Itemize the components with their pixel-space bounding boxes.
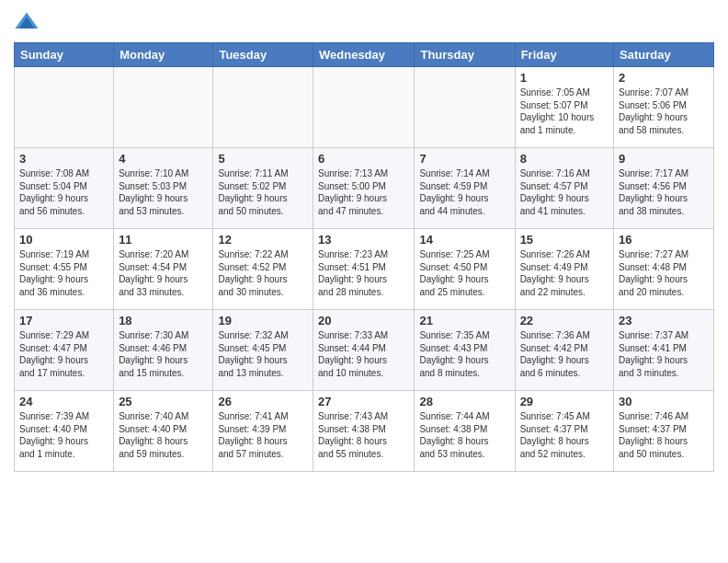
day-number: 12 — [218, 233, 308, 247]
calendar-cell: 11Sunrise: 7:20 AM Sunset: 4:54 PM Dayli… — [114, 229, 213, 310]
day-info: Sunrise: 7:25 AM Sunset: 4:50 PM Dayligh… — [419, 248, 509, 298]
day-info: Sunrise: 7:10 AM Sunset: 5:03 PM Dayligh… — [119, 167, 208, 217]
day-number: 7 — [419, 152, 509, 166]
day-number: 22 — [520, 314, 609, 327]
day-number: 9 — [619, 152, 709, 166]
calendar-cell: 17Sunrise: 7:29 AM Sunset: 4:47 PM Dayli… — [15, 310, 114, 391]
day-number: 26 — [218, 395, 308, 408]
page-container: SundayMondayTuesdayWednesdayThursdayFrid… — [0, 0, 728, 481]
day-info: Sunrise: 7:11 AM Sunset: 5:02 PM Dayligh… — [218, 167, 308, 217]
day-info: Sunrise: 7:37 AM Sunset: 4:41 PM Dayligh… — [619, 329, 709, 379]
day-info: Sunrise: 7:41 AM Sunset: 4:39 PM Dayligh… — [218, 410, 308, 460]
calendar-cell: 29Sunrise: 7:45 AM Sunset: 4:37 PM Dayli… — [515, 391, 613, 472]
day-info: Sunrise: 7:46 AM Sunset: 4:37 PM Dayligh… — [619, 410, 709, 460]
calendar-table: SundayMondayTuesdayWednesdayThursdayFrid… — [14, 42, 714, 472]
calendar-week-row: 17Sunrise: 7:29 AM Sunset: 4:47 PM Dayli… — [15, 310, 714, 391]
day-number: 29 — [520, 395, 609, 408]
logo — [14, 9, 43, 35]
calendar-cell: 3Sunrise: 7:08 AM Sunset: 5:04 PM Daylig… — [15, 148, 114, 229]
day-info: Sunrise: 7:29 AM Sunset: 4:47 PM Dayligh… — [19, 329, 108, 379]
day-info: Sunrise: 7:07 AM Sunset: 5:06 PM Dayligh… — [619, 86, 709, 136]
calendar-week-row: 24Sunrise: 7:39 AM Sunset: 4:40 PM Dayli… — [15, 391, 714, 472]
weekday-header: Sunday — [15, 43, 114, 67]
day-number: 23 — [619, 314, 709, 327]
calendar-cell: 8Sunrise: 7:16 AM Sunset: 4:57 PM Daylig… — [515, 148, 613, 229]
calendar-cell: 19Sunrise: 7:32 AM Sunset: 4:45 PM Dayli… — [213, 310, 313, 391]
weekday-header: Monday — [114, 43, 213, 67]
day-info: Sunrise: 7:39 AM Sunset: 4:40 PM Dayligh… — [19, 410, 108, 460]
calendar-week-row: 3Sunrise: 7:08 AM Sunset: 5:04 PM Daylig… — [15, 148, 714, 229]
day-info: Sunrise: 7:17 AM Sunset: 4:56 PM Dayligh… — [619, 167, 709, 217]
calendar-cell: 15Sunrise: 7:26 AM Sunset: 4:49 PM Dayli… — [515, 229, 613, 310]
calendar-cell — [313, 67, 415, 148]
calendar-cell: 6Sunrise: 7:13 AM Sunset: 5:00 PM Daylig… — [313, 148, 415, 229]
day-number: 6 — [318, 152, 409, 166]
calendar-cell: 9Sunrise: 7:17 AM Sunset: 4:56 PM Daylig… — [614, 148, 714, 229]
weekday-header: Tuesday — [213, 43, 313, 67]
day-number: 5 — [218, 152, 308, 166]
day-number: 14 — [419, 233, 509, 247]
calendar-cell — [114, 67, 213, 148]
day-info: Sunrise: 7:44 AM Sunset: 4:38 PM Dayligh… — [419, 410, 509, 460]
day-info: Sunrise: 7:08 AM Sunset: 5:04 PM Dayligh… — [19, 167, 108, 217]
calendar-cell: 13Sunrise: 7:23 AM Sunset: 4:51 PM Dayli… — [313, 229, 415, 310]
calendar-cell: 14Sunrise: 7:25 AM Sunset: 4:50 PM Dayli… — [415, 229, 515, 310]
weekday-header: Saturday — [614, 43, 714, 67]
day-number: 27 — [318, 395, 409, 408]
day-number: 30 — [619, 395, 709, 408]
calendar-cell: 24Sunrise: 7:39 AM Sunset: 4:40 PM Dayli… — [15, 391, 114, 472]
day-info: Sunrise: 7:30 AM Sunset: 4:46 PM Dayligh… — [119, 329, 208, 379]
calendar-cell: 30Sunrise: 7:46 AM Sunset: 4:37 PM Dayli… — [614, 391, 714, 472]
calendar-cell: 20Sunrise: 7:33 AM Sunset: 4:44 PM Dayli… — [313, 310, 415, 391]
calendar-cell — [213, 67, 313, 148]
calendar-cell: 21Sunrise: 7:35 AM Sunset: 4:43 PM Dayli… — [415, 310, 515, 391]
calendar-cell: 18Sunrise: 7:30 AM Sunset: 4:46 PM Dayli… — [114, 310, 213, 391]
day-info: Sunrise: 7:20 AM Sunset: 4:54 PM Dayligh… — [119, 248, 208, 298]
day-info: Sunrise: 7:23 AM Sunset: 4:51 PM Dayligh… — [318, 248, 409, 298]
day-number: 20 — [318, 314, 409, 327]
day-info: Sunrise: 7:43 AM Sunset: 4:38 PM Dayligh… — [318, 410, 409, 460]
day-info: Sunrise: 7:05 AM Sunset: 5:07 PM Dayligh… — [520, 86, 609, 136]
day-number: 28 — [419, 395, 509, 408]
calendar-cell: 5Sunrise: 7:11 AM Sunset: 5:02 PM Daylig… — [213, 148, 313, 229]
calendar-cell: 16Sunrise: 7:27 AM Sunset: 4:48 PM Dayli… — [614, 229, 714, 310]
calendar-cell: 4Sunrise: 7:10 AM Sunset: 5:03 PM Daylig… — [114, 148, 213, 229]
day-info: Sunrise: 7:36 AM Sunset: 4:42 PM Dayligh… — [520, 329, 609, 379]
day-info: Sunrise: 7:32 AM Sunset: 4:45 PM Dayligh… — [218, 329, 308, 379]
day-number: 17 — [19, 314, 108, 327]
day-info: Sunrise: 7:26 AM Sunset: 4:49 PM Dayligh… — [520, 248, 609, 298]
calendar-cell: 28Sunrise: 7:44 AM Sunset: 4:38 PM Dayli… — [415, 391, 515, 472]
weekday-header: Thursday — [415, 43, 515, 67]
calendar-cell — [15, 67, 114, 148]
day-number: 24 — [19, 395, 108, 408]
weekday-header-row: SundayMondayTuesdayWednesdayThursdayFrid… — [15, 43, 714, 67]
day-number: 16 — [619, 233, 709, 247]
day-info: Sunrise: 7:40 AM Sunset: 4:40 PM Dayligh… — [119, 410, 208, 460]
day-info: Sunrise: 7:13 AM Sunset: 5:00 PM Dayligh… — [318, 167, 409, 217]
day-number: 11 — [119, 233, 208, 247]
day-info: Sunrise: 7:22 AM Sunset: 4:52 PM Dayligh… — [218, 248, 308, 298]
day-info: Sunrise: 7:16 AM Sunset: 4:57 PM Dayligh… — [520, 167, 609, 217]
logo-icon — [14, 9, 40, 35]
calendar-week-row: 1Sunrise: 7:05 AM Sunset: 5:07 PM Daylig… — [15, 67, 714, 148]
day-number: 13 — [318, 233, 409, 247]
day-number: 4 — [119, 152, 208, 166]
calendar-cell: 7Sunrise: 7:14 AM Sunset: 4:59 PM Daylig… — [415, 148, 515, 229]
calendar-cell: 22Sunrise: 7:36 AM Sunset: 4:42 PM Dayli… — [515, 310, 613, 391]
day-info: Sunrise: 7:33 AM Sunset: 4:44 PM Dayligh… — [318, 329, 409, 379]
day-number: 10 — [19, 233, 108, 247]
day-number: 19 — [218, 314, 308, 327]
day-info: Sunrise: 7:14 AM Sunset: 4:59 PM Dayligh… — [419, 167, 509, 217]
day-number: 3 — [19, 152, 108, 166]
calendar-cell: 12Sunrise: 7:22 AM Sunset: 4:52 PM Dayli… — [213, 229, 313, 310]
day-info: Sunrise: 7:19 AM Sunset: 4:55 PM Dayligh… — [19, 248, 108, 298]
calendar-cell: 26Sunrise: 7:41 AM Sunset: 4:39 PM Dayli… — [213, 391, 313, 472]
calendar-cell: 23Sunrise: 7:37 AM Sunset: 4:41 PM Dayli… — [614, 310, 714, 391]
day-info: Sunrise: 7:35 AM Sunset: 4:43 PM Dayligh… — [419, 329, 509, 379]
day-number: 8 — [520, 152, 609, 166]
day-number: 18 — [119, 314, 208, 327]
calendar-cell: 2Sunrise: 7:07 AM Sunset: 5:06 PM Daylig… — [614, 67, 714, 148]
calendar-cell — [415, 67, 515, 148]
day-number: 21 — [419, 314, 509, 327]
header — [14, 9, 714, 35]
